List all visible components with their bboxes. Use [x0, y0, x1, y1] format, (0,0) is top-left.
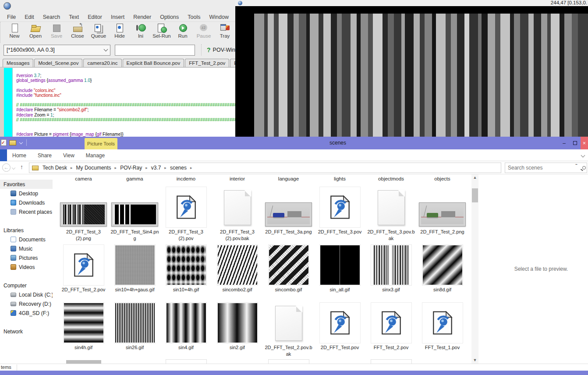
file-item[interactable]: FFT_Test_2.pov	[365, 301, 417, 359]
customize-quick-access-icon[interactable]	[19, 140, 23, 144]
toolbar-ini-button[interactable]: Ini	[130, 23, 151, 39]
file-item[interactable]: sinx3.gif	[365, 244, 417, 301]
sidebar-group-favorites[interactable]: Favorites	[0, 180, 53, 189]
sidebar-item-recovery-d-[interactable]: Recovery (D:)	[0, 299, 53, 308]
close-button[interactable]: ×	[581, 137, 588, 149]
picture-tools-contextual-tab[interactable]: Picture Tools	[85, 138, 117, 149]
menu-text[interactable]: Text	[64, 13, 83, 21]
file-item[interactable]: 2D_FFT_Test_3.pov	[314, 186, 365, 244]
editor-code[interactable]: #version 3.7;global_settings {assumed_ga…	[13, 68, 235, 137]
editor-tab-fft-test-2-pov[interactable]: FFT_Test_2.pov	[185, 59, 229, 67]
sidebar-group-computer[interactable]: Computer	[0, 281, 53, 290]
breadcrumb-item[interactable]: v3.7	[150, 165, 162, 171]
tab-view[interactable]: View	[63, 152, 74, 159]
file-item[interactable]: sin2.gif	[212, 301, 263, 359]
toolbar-save-button[interactable]: Save	[46, 23, 67, 39]
minimize-button[interactable]: –	[559, 137, 570, 149]
sidebar-item-music[interactable]: Music	[0, 244, 53, 253]
file-item[interactable]: sincombo.gif	[263, 244, 314, 301]
menu-options[interactable]: Options	[156, 13, 183, 21]
file-item[interactable]: 2D_FFT_Test_3 (2).png	[58, 186, 109, 244]
file-item[interactable]: sin_all.gif	[314, 244, 365, 301]
file-item[interactable]: 2D_FFT_Test_3 (2).pov.bak	[212, 186, 263, 244]
folder-item-interior[interactable]: interior	[212, 176, 263, 186]
file-item[interactable]: sincombo2.gif	[212, 244, 263, 301]
menu-window[interactable]: Window	[205, 13, 233, 21]
toolbar-new-button[interactable]: New	[4, 23, 25, 39]
toolbar-hide-button[interactable]: Hide	[109, 23, 130, 39]
file-item[interactable]: 2D_FFT_Test_3 (2).pov	[160, 186, 212, 244]
editor-tab-camera20-inc[interactable]: camera20.inc	[83, 59, 121, 67]
toolbar-close-button[interactable]: Close	[67, 23, 88, 39]
file-item[interactable]: FFT_Test_1.pov	[417, 301, 468, 359]
file-item[interactable]: 2D_FFT_Test_2.pov.bak	[263, 301, 314, 359]
folder-item-lights[interactable]: lights	[314, 176, 365, 186]
toolbar-tray-button[interactable]: Tray	[214, 23, 235, 39]
back-button[interactable]: ←	[2, 163, 11, 172]
menu-edit[interactable]: Edit	[20, 13, 39, 21]
file-item[interactable]: sin10+4h.gif	[160, 244, 212, 301]
folder-item-objects[interactable]: objects	[417, 176, 468, 186]
povray-editor[interactable]: #version 3.7;global_settings {assumed_ga…	[0, 68, 235, 137]
sidebar-item-documents[interactable]: Documents	[0, 235, 53, 244]
breadcrumb-item[interactable]: scenes	[169, 165, 188, 171]
editor-tab-messages[interactable]: Messages	[3, 59, 33, 67]
sidebar-item-local-disk-c-[interactable]: Local Disk (C:)	[0, 290, 53, 299]
file-item[interactable]: 2D_FFT_Test_3a.png	[263, 186, 314, 244]
menu-search[interactable]: Search	[39, 13, 65, 21]
file-item[interactable]: 2D_FFT_Test_2.png	[417, 186, 468, 244]
tab-home[interactable]: Home	[12, 152, 26, 159]
menu-insert[interactable]: Insert	[106, 13, 129, 21]
search-icon[interactable]	[582, 166, 586, 170]
render-window-titlebar[interactable]: 244,47 [0.153,0.	[235, 0, 588, 6]
sidebar-group-network[interactable]: Network	[0, 327, 53, 336]
folder-item-objectmods[interactable]: objectmods	[365, 176, 417, 186]
explorer-titlebar[interactable]: Picture Tools scenes – ×	[0, 137, 588, 149]
search-input[interactable]	[505, 165, 582, 171]
file-item[interactable]: 2D_FFT_Test_2.pov	[58, 244, 109, 301]
folder-item-camera[interactable]: camera	[58, 176, 109, 186]
toolbar-queue-button[interactable]: Queue	[88, 23, 109, 39]
povray-titlebar[interactable]	[0, 0, 235, 12]
file-item[interactable]: 2D_FFT_Test_3.pov.bak	[365, 186, 417, 244]
properties-icon[interactable]	[1, 139, 7, 146]
scroll-up-icon[interactable]: ▲	[471, 174, 478, 181]
toolbar-open-button[interactable]: Open	[25, 23, 46, 39]
tab-file[interactable]	[0, 149, 7, 161]
folder-item-language[interactable]: language	[263, 176, 314, 186]
file-item[interactable]: 2D_FFT_Test_Sin4.png	[109, 186, 160, 244]
breadcrumb-item[interactable]: Tech Desk	[42, 165, 68, 171]
sidebar-item-downloads[interactable]: Downloads	[0, 198, 53, 207]
editor-tab-model-scene-pov[interactable]: Model_Scene.pov	[34, 59, 82, 67]
command-line-field[interactable]	[115, 45, 195, 56]
tab-share[interactable]: Share	[38, 152, 52, 159]
render-preset-dropdown[interactable]: [*1600x900, AA 0.3]	[4, 45, 110, 56]
editor-tab-eval-pig[interactable]: Eval_pig	[230, 59, 235, 67]
vertical-scrollbar[interactable]: ▲ ▼	[471, 174, 478, 364]
menu-editor[interactable]: Editor	[83, 13, 106, 21]
folder-item-incdemo[interactable]: incdemo	[160, 176, 212, 186]
sidebar-item-recent-places[interactable]: Recent places	[0, 207, 53, 216]
scroll-down-icon[interactable]: ▼	[471, 357, 478, 364]
tab-manage[interactable]: Manage	[86, 152, 105, 159]
file-item[interactable]: sin10+4h+gaus.gif	[109, 244, 160, 301]
scrollbar-thumb[interactable]	[472, 188, 478, 202]
up-button[interactable]: ↑	[20, 163, 23, 170]
new-folder-icon[interactable]	[9, 140, 16, 145]
sidebar-item-pictures[interactable]: Pictures	[0, 253, 53, 262]
file-item[interactable]: sin4.gif	[160, 301, 212, 359]
toolbar-run-button[interactable]: Run	[172, 23, 193, 39]
sidebar-group-libraries[interactable]: Libraries	[0, 226, 53, 235]
file-item[interactable]: sin4h.gif	[58, 301, 109, 359]
sidebar-item-videos[interactable]: Videos	[0, 262, 53, 272]
breadcrumb[interactable]: Tech Desk▸My Documents▸POV-Ray▸v3.7▸scen…	[29, 163, 501, 173]
sidebar-item-4gb-sd-f-[interactable]: 4GB_SD (F:)	[0, 308, 53, 318]
editor-tab-explicit-ball-bounce-pov[interactable]: Explicit Ball Bounce.pov	[123, 59, 184, 67]
sidebar-item-desktop[interactable]: Desktop	[0, 189, 53, 198]
folder-item-gamma[interactable]: gamma	[109, 176, 160, 186]
file-item[interactable]: sin8d.gif	[417, 244, 468, 301]
menu-render[interactable]: Render	[129, 13, 156, 21]
toolbar-selrun-button[interactable]: Sel-Run	[151, 23, 172, 39]
breadcrumb-item[interactable]: My Documents	[75, 165, 112, 171]
breadcrumb-item[interactable]: POV-Ray	[119, 165, 143, 171]
